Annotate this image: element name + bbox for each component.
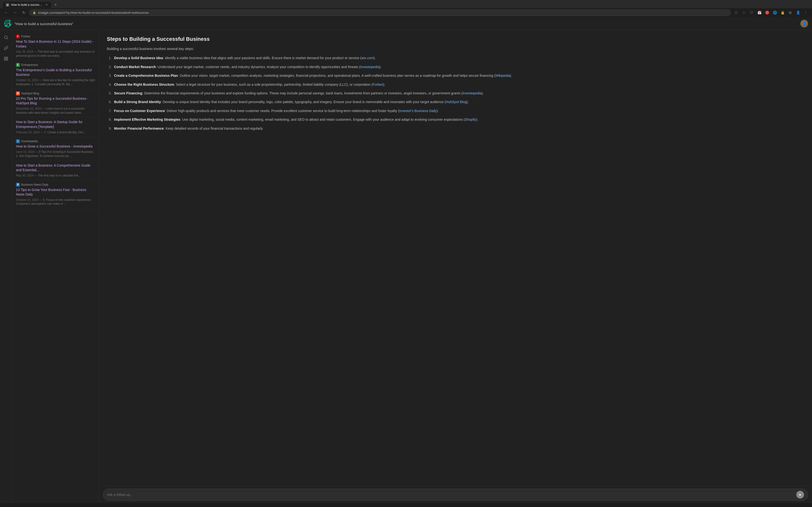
result-item[interactable]: F Forbes How To Start A Business In 11 S… (12, 32, 99, 61)
result-snippet: February 15, 2024 — 7. Create a brand id… (16, 130, 95, 134)
svg-rect-5 (4, 59, 6, 60)
step-term: Conduct Market Research (114, 65, 156, 69)
calendar-icon[interactable]: 📅 (756, 9, 763, 16)
result-date: December 12, 2022 — (16, 107, 45, 110)
step-body: Develop a Solid Business Idea: Identify … (114, 55, 375, 61)
source-name: Investopedia (21, 139, 38, 143)
reload-button[interactable]: ↻ (20, 9, 27, 16)
source-favicon: B (16, 183, 20, 187)
step-number: 5. (107, 91, 112, 96)
step-link[interactable]: Shopify (465, 118, 476, 121)
result-title: 13 Tips to Grow Your Business Fast - Bus… (16, 187, 95, 197)
result-item[interactable]: How to Start a Business: A Comprehensive… (12, 161, 99, 180)
active-tab[interactable]: 🤖 How to build a successful bu... ✕ (3, 2, 51, 8)
source-name: Forbes (21, 35, 30, 38)
step-term: Secure Financing (114, 91, 142, 95)
menu-button[interactable]: ⋮ (802, 9, 809, 16)
ext1-button[interactable]: 🔴 (764, 9, 770, 16)
step-link[interactable]: Investopedia (463, 91, 481, 95)
step-number: 4. (107, 82, 112, 87)
step-link[interactable]: Wikipedia (495, 74, 510, 77)
step-term: Implement Effective Marketing Strategies (114, 118, 180, 121)
source-name: HubSpot Blog (21, 92, 39, 95)
step-link[interactable]: wix.com (361, 56, 373, 60)
followup-input[interactable] (107, 493, 794, 497)
source-name: Business News Daily (21, 183, 48, 186)
result-item[interactable]: H HubSpot Blog 23 Pro Tips for Running a… (12, 89, 99, 118)
result-item[interactable]: I Investopedia How to Grow a Successful … (12, 137, 99, 161)
result-snippet: June 10, 2024 — 9 Tips For Growing A Suc… (16, 150, 95, 158)
user-avatar[interactable]: 👤 (800, 20, 808, 27)
step-link[interactable]: Investor's Business Daily (399, 109, 437, 113)
step-term: Create a Comprehensive Business Plan (114, 74, 178, 77)
step-number: 1. (107, 55, 112, 61)
result-source: F Forbes (16, 35, 95, 38)
result-date: October 13, 2022 — (16, 78, 42, 82)
result-title: How to Grow a Successful Business - Inve… (16, 144, 95, 149)
shield-icon[interactable]: 🛡 (748, 9, 755, 16)
result-title: The Entrepreneur's Guide to Building a S… (16, 68, 95, 77)
tab-bar: 🤖 How to build a successful bu... ✕ + (0, 0, 812, 8)
step-body: Choose the Right Business Structure: Sel… (114, 82, 385, 87)
extensions-button[interactable]: ⊞ (787, 9, 794, 16)
source-favicon: F (16, 35, 20, 38)
step-link[interactable]: HubSpot Blog (446, 100, 467, 104)
step-number: 9. (107, 126, 112, 131)
step-link[interactable]: Investopedia (360, 65, 379, 69)
content-step-item: 2. Conduct Market Research: Understand y… (107, 64, 804, 69)
result-source: E Entrepreneur (16, 63, 95, 67)
result-snippet: May 30, 2024 — The first step is to calc… (16, 174, 95, 178)
step-term: Monitor Financial Performance (114, 126, 164, 130)
followup-bar: ➤ (99, 486, 812, 503)
new-tab-button[interactable]: + (52, 1, 59, 8)
source-name: Entrepreneur (21, 63, 38, 67)
cast-button[interactable]: ⬡ (733, 9, 740, 16)
result-date: May 30, 2024 — (16, 174, 37, 177)
chatgpt-logo (4, 20, 12, 27)
content-step-item: 4. Choose the Right Business Structure: … (107, 82, 804, 87)
result-snippet: July 29, 2024 — The best way to accompli… (16, 50, 95, 58)
result-date: July 29, 2024 — (16, 50, 37, 53)
user-profile-button[interactable]: 👤 (795, 9, 801, 16)
bookmark-button[interactable]: ☆ (741, 9, 747, 16)
result-item[interactable]: E Entrepreneur The Entrepreneur's Guide … (12, 61, 99, 89)
ext2-button[interactable]: 🌐 (771, 9, 778, 16)
content-step-item: 5. Secure Financing: Determine the finan… (107, 91, 804, 96)
tab-close-button[interactable]: ✕ (45, 3, 48, 6)
step-body: Focus on Customer Experience: Deliver hi… (114, 108, 439, 113)
result-title: How to Start a Business: A Startup Guide… (16, 120, 95, 129)
result-snippet: October 24, 2023 — 5. Focus on the custo… (16, 198, 95, 206)
forward-button[interactable]: → (12, 9, 18, 16)
step-body: Implement Effective Marketing Strategies… (114, 117, 478, 122)
content-intro: Building a successful business involves … (107, 46, 804, 51)
content-title: Steps to Building a Successful Business (107, 36, 804, 42)
source-favicon: I (16, 139, 20, 143)
result-title: How To Start A Business In 11 Steps (202… (16, 39, 95, 49)
content-step-item: 6. Build a Strong Brand Identity: Develo… (107, 99, 804, 105)
followup-submit-button[interactable]: ➤ (796, 491, 804, 499)
back-button[interactable]: ← (3, 9, 10, 16)
step-body: Monitor Financial Performance: Keep deta… (114, 126, 263, 131)
header-query: "How to build a successful business" (14, 22, 798, 26)
result-date: June 10, 2024 — (16, 150, 38, 154)
result-date: October 24, 2023 — (16, 198, 42, 202)
result-date: February 15, 2024 — (16, 131, 43, 134)
apps-button[interactable] (2, 54, 10, 63)
step-body: Conduct Market Research: Understand your… (114, 64, 382, 69)
result-item[interactable]: B Business News Daily 13 Tips to Grow Yo… (12, 180, 99, 209)
result-item[interactable]: How to Start a Business: A Startup Guide… (12, 117, 99, 137)
step-term: Develop a Solid Business Idea (114, 56, 163, 60)
search-sidebar-button[interactable] (2, 33, 10, 42)
address-bar[interactable]: 🔒 chatgpt.com/search?q=How+to+build+a+su… (29, 9, 731, 16)
browser-extensions: ⬡ ☆ 🛡 📅 🔴 🌐 🔒 ⊞ 👤 ⋮ (733, 9, 809, 16)
icon-bar (0, 30, 12, 503)
step-number: 8. (107, 117, 112, 122)
app-container: "How to build a successful business" 👤 (0, 17, 812, 503)
step-number: 3. (107, 73, 112, 78)
ext3-button[interactable]: 🔒 (779, 9, 786, 16)
step-link[interactable]: Forbes (373, 82, 383, 87)
content-step-item: 3. Create a Comprehensive Business Plan:… (107, 73, 804, 78)
svg-line-1 (7, 38, 7, 39)
result-title: How to Start a Business: A Comprehensive… (16, 163, 95, 173)
sources-button[interactable] (2, 44, 10, 52)
